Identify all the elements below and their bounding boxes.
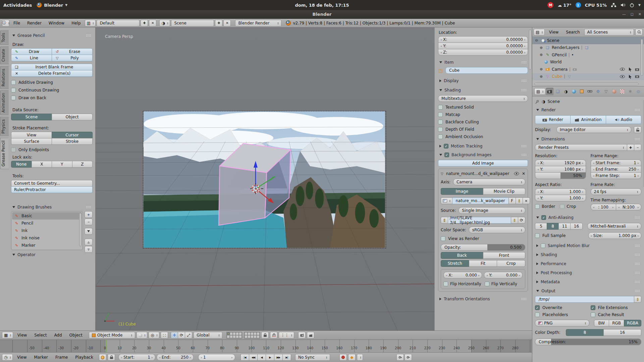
path-icon-button[interactable] xyxy=(441,217,448,224)
view-as-render-row[interactable]: View as Render xyxy=(441,236,525,241)
delete-screen-button[interactable] xyxy=(149,20,156,26)
tab-animation[interactable]: Animation xyxy=(0,90,9,115)
render-engine-dropdown[interactable]: Blender Render xyxy=(235,20,281,26)
panel-header-background-images[interactable]: Background Images xyxy=(438,151,528,159)
image-datablock-browse[interactable] xyxy=(441,197,452,204)
viewport-shading-dropdown[interactable] xyxy=(137,332,148,339)
render-opengl-animation-button[interactable] xyxy=(307,332,314,339)
editor-type-3dview-button[interactable]: ▦ xyxy=(2,332,13,339)
brush-list-scrollbar[interactable] xyxy=(79,213,82,246)
compression-slider[interactable]: Compression: 15% xyxy=(535,339,641,345)
file-extensions-checkbox[interactable] xyxy=(591,305,595,310)
placement-cursor-button[interactable]: Cursor xyxy=(52,132,93,138)
cursor-icon[interactable] xyxy=(628,67,632,71)
ambient-occlusion-row[interactable]: Ambient Occlusion xyxy=(438,134,528,139)
color-space-dropdown[interactable]: sRGB xyxy=(469,227,525,233)
autokey-lock-toggle[interactable] xyxy=(108,354,115,361)
panel-grip[interactable] xyxy=(635,262,640,265)
brush-item-basic[interactable]: ✎Basic xyxy=(12,212,82,220)
brush-item-ink[interactable]: ✎Ink xyxy=(12,227,82,234)
image-filepath-field[interactable]: /mnt/SLAVE 3/4...llpaper.html.jpg xyxy=(448,217,511,224)
volume-icon[interactable] xyxy=(620,3,626,7)
overwrite-row[interactable]: Overwrite xyxy=(535,305,586,310)
cube-object[interactable] xyxy=(96,27,434,330)
mega-indicator[interactable]: M xyxy=(547,2,553,8)
record-button[interactable] xyxy=(339,354,347,361)
tab-physics[interactable]: Physics xyxy=(0,117,9,136)
add-brush-button[interactable]: ＋ xyxy=(85,211,93,218)
browse-path-button[interactable] xyxy=(511,217,518,224)
view-as-render-checkbox[interactable] xyxy=(441,236,445,241)
panel-grip[interactable] xyxy=(521,145,527,148)
placeholders-row[interactable]: Placeholders xyxy=(535,312,586,317)
window-title-bar[interactable]: Blender — ◻ ✕ xyxy=(0,10,644,19)
mode-dropdown[interactable]: Object Mode xyxy=(89,332,135,339)
aa-samples-5-button[interactable]: 5 xyxy=(535,223,547,230)
scene-icon-button[interactable]: ◑ xyxy=(159,20,170,26)
continuous-drawing-row[interactable]: Continuous Drawing xyxy=(11,88,93,93)
current-frame-field[interactable]: 1 xyxy=(198,354,235,361)
screen-layout-field[interactable]: Default xyxy=(97,20,140,26)
shading-mode-dropdown[interactable]: Multitexture xyxy=(438,95,528,102)
aspect-y-field[interactable]: Y:1.000 xyxy=(535,195,586,201)
panel-grip[interactable] xyxy=(521,154,527,157)
start-frame-field[interactable]: Start:1 xyxy=(118,354,155,361)
outliner-row-camera[interactable]: ⊕ Camera | xyxy=(532,66,644,73)
move-brush-up-button[interactable]: ▵ xyxy=(85,239,93,245)
back-button[interactable]: Back xyxy=(441,252,483,259)
color-depth-8-button[interactable]: 8 xyxy=(566,329,604,336)
menu-help[interactable]: Help xyxy=(68,21,84,25)
panel-header-sampled-motion-blur[interactable]: Sampled Motion Blur xyxy=(535,242,641,250)
panel-grip[interactable] xyxy=(86,206,91,209)
panel-grip[interactable] xyxy=(521,298,527,301)
location-x-field[interactable]: X:0.00000 xyxy=(438,36,528,43)
draw-on-back-checkbox[interactable] xyxy=(11,96,16,100)
power-icon[interactable] xyxy=(630,3,634,7)
frame-step-field[interactable]: Frame Step:1 xyxy=(591,172,642,179)
depth-of-field-checkbox[interactable] xyxy=(438,127,443,132)
menu-file[interactable]: File xyxy=(10,21,23,25)
remove-preset-button[interactable]: － xyxy=(634,144,641,151)
menu-window[interactable]: Window xyxy=(46,21,67,25)
panel-header-render[interactable]: Render xyxy=(535,106,641,114)
close-icon[interactable]: ✕ xyxy=(522,171,525,176)
aa-samples-8-button[interactable]: 8 xyxy=(547,223,559,230)
tab-relations[interactable]: Relations xyxy=(0,66,9,89)
image-tab[interactable]: Image xyxy=(441,188,483,195)
menu-render[interactable]: Render xyxy=(24,21,45,25)
panel-grip[interactable] xyxy=(521,89,527,92)
tab-grease-pencil[interactable]: Grease Pencil xyxy=(0,138,9,169)
eye-icon[interactable] xyxy=(514,172,519,175)
manipulator-scale-toggle[interactable]: ⤢ xyxy=(185,332,192,339)
cpu-indicator[interactable]: CPU 51% xyxy=(585,3,607,8)
next-keyframe-button[interactable]: ▶▶ xyxy=(274,354,283,361)
keying-set-active-button[interactable]: ◆ xyxy=(348,354,356,361)
menu-search[interactable]: Search xyxy=(563,30,583,35)
add-scene-button[interactable] xyxy=(215,20,222,26)
render-still-button[interactable] xyxy=(298,332,306,339)
axis-dropdown[interactable]: Camera xyxy=(453,179,525,185)
lock-axis-x-button[interactable]: X xyxy=(32,161,52,168)
cache-result-row[interactable]: Cache Result xyxy=(591,312,642,317)
image-name-field[interactable]: nature_mo...k_wallpaper xyxy=(452,197,509,204)
timeline-ruler[interactable]: -50-40-30-20-100102030405060708090100110… xyxy=(0,340,532,352)
delete-scene-button[interactable] xyxy=(223,20,231,26)
panel-grip[interactable] xyxy=(635,281,640,284)
panel-grip[interactable] xyxy=(635,272,640,275)
background-images-checkbox[interactable] xyxy=(444,153,449,157)
expand-icon[interactable]: ⊕ xyxy=(539,53,543,57)
menu-add[interactable]: Add xyxy=(51,333,65,338)
panel-grip[interactable] xyxy=(521,79,527,82)
tab-constraints[interactable] xyxy=(586,88,594,95)
display-lock-button[interactable] xyxy=(634,126,641,133)
outliner-vscrollbar[interactable] xyxy=(641,39,643,76)
convert-to-geometry-button[interactable]: Convert to Geometry... xyxy=(11,180,93,187)
gp-line-button[interactable]: ✎Line xyxy=(11,55,52,61)
tab-create[interactable]: Create xyxy=(0,46,9,64)
tab-tools[interactable]: Tools xyxy=(0,30,9,45)
frame-rate-dropdown[interactable]: 24 fps xyxy=(591,188,642,195)
current-frame-line[interactable] xyxy=(106,340,107,352)
pivot-point-dropdown[interactable]: ◎ xyxy=(149,332,159,339)
fit-button[interactable]: Fit xyxy=(469,260,497,267)
tab-texture[interactable] xyxy=(619,88,626,95)
